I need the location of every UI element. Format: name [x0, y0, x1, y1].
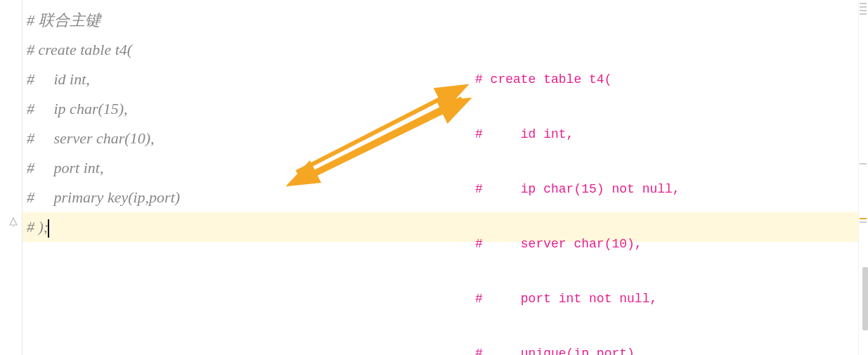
minimap-mark — [860, 6, 867, 8]
minimap-marks-mid — [860, 163, 867, 167]
code-line: # create table t4( — [22, 35, 858, 65]
minimap-mark — [860, 221, 867, 223]
code-line: # id int, — [22, 65, 858, 94]
code-line: # 联合主键 — [22, 6, 858, 35]
right-code-line: # create table t4( — [475, 70, 680, 89]
code-area[interactable]: # 联合主键 # create table t4( # id int, # ip… — [22, 0, 858, 355]
right-code-line: # ip char(15) not null, — [475, 180, 680, 198]
fold-marker-icon[interactable] — [8, 217, 18, 226]
right-code-line: # server char(10), — [475, 235, 680, 253]
right-code-line: # id int, — [475, 125, 680, 143]
right-code-line: # unique(ip,port) — [475, 344, 680, 355]
code-text: # ); — [27, 218, 48, 235]
minimap-mark — [860, 13, 867, 15]
minimap-marks-top — [860, 3, 867, 17]
right-code-block: # create table t4( # id int, # ip char(1… — [475, 34, 680, 355]
code-line: # primary key(ip,port) — [22, 183, 858, 212]
text-cursor — [48, 219, 49, 238]
code-line: # port int, — [22, 153, 858, 183]
minimap-mark — [860, 10, 867, 11]
code-line-current: # ); — [22, 212, 858, 242]
minimap-mark-current — [860, 218, 867, 219]
editor-container: # 联合主键 # create table t4( # id int, # ip… — [0, 0, 868, 355]
minimap[interactable] — [858, 0, 868, 355]
minimap-marks-current — [860, 218, 867, 225]
right-code-line: # port int not null, — [475, 290, 680, 308]
code-line: # ip char(15), — [22, 94, 858, 124]
minimap-scrollbar[interactable] — [862, 267, 868, 330]
code-line: # server char(10), — [22, 124, 858, 153]
gutter — [0, 0, 22, 355]
minimap-mark — [860, 3, 867, 4]
minimap-mark — [860, 163, 867, 164]
